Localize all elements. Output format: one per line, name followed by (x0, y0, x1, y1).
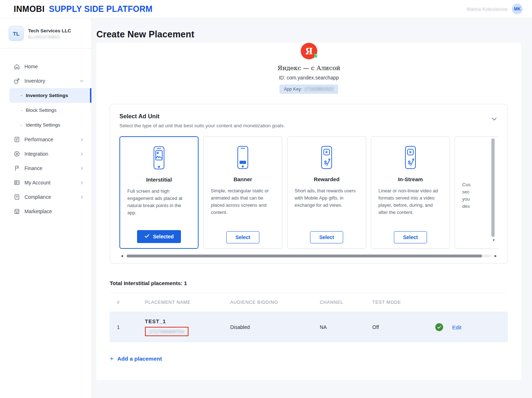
in-stream-phone-icon: $ (402, 142, 419, 173)
rewarded-phone-icon: $ (318, 142, 335, 173)
vertical-scrollbar-thumb[interactable] (491, 138, 495, 237)
horizontal-scrollbar-thumb[interactable] (127, 255, 482, 257)
sidebar-item-performance[interactable]: Performance (0, 132, 91, 147)
sidebar-item-label: Home (24, 64, 38, 69)
selector-title: Select Ad Unit (119, 113, 498, 120)
sidebar: TL Tech Services LLC Acc39524789843 Home… (0, 18, 92, 398)
cell-test-mode: Off (372, 324, 435, 330)
sidebar-item-identity-settings[interactable]: Identity Settings (9, 118, 91, 132)
sidebar-item-marketplace[interactable]: Marketplace (0, 204, 91, 219)
cell-audience-bidding: Disabled (230, 324, 320, 330)
interstitial-selected-button[interactable]: Selected (137, 230, 181, 243)
button-label: Select (235, 234, 250, 240)
sidebar-subitem-label: Block Settings (26, 107, 57, 113)
ad-unit-button-row: Selected (137, 230, 181, 243)
col-header-placement-name: PLACEMENT NAME (145, 300, 230, 305)
app-header: Я Яндекс — с Алисой ID: com.yandex.searc… (96, 43, 521, 94)
inventory-icon (14, 78, 20, 84)
ad-unit-card-in-stream: $ In-Stream Linear or non-linear video a… (371, 136, 450, 249)
account-avatar: TL (9, 26, 24, 41)
ad-unit-button-row: Select (394, 231, 427, 243)
table-header-row: # PLACEMENT NAME AUDIENCE BIDDING CHANNE… (110, 293, 508, 312)
sidebar-item-home[interactable]: Home (0, 59, 91, 74)
brand-logo: INMOBI (14, 4, 45, 14)
scroll-right-arrow-icon[interactable] (494, 254, 497, 258)
app-name: Яндекс — с Алисой (96, 64, 521, 72)
home-icon (14, 63, 20, 70)
sidebar-item-finance[interactable]: Finance (0, 161, 91, 175)
ad-unit-name: In-Stream (398, 176, 423, 182)
app-key-label: App Key: (284, 87, 302, 92)
button-label: Selected (153, 234, 174, 239)
sidebar-item-inventory-settings[interactable]: Inventory Settings (9, 88, 91, 103)
ad-unit-description: Simple, rectangular static or animated a… (211, 187, 275, 216)
sidebar-item-label: My Account (24, 180, 50, 186)
account-card: TL Tech Services LLC Acc39524789843 (0, 18, 91, 49)
ad-unit-name: Rewarded (314, 176, 340, 182)
sidebar-subitem-label: Inventory Settings (26, 93, 68, 98)
ad-unit-name: Banner (233, 176, 252, 182)
cell-index: 1 (117, 324, 145, 330)
scroll-left-arrow-icon[interactable] (120, 254, 124, 258)
ad-unit-card-interstitial: Interstitial Full screen and high engage… (119, 136, 199, 249)
sidebar-item-label: Integration (24, 151, 48, 157)
finance-icon (14, 165, 20, 171)
ad-unit-card-rewarded: $ Rewarded Short ads, that rewards users… (287, 136, 366, 249)
chevron-down-icon (79, 78, 84, 83)
button-label: Select (403, 234, 418, 240)
user-card-icon (14, 179, 20, 186)
banner-phone-icon (234, 142, 251, 173)
plus-icon (110, 355, 114, 362)
col-header-index: # (117, 300, 145, 305)
placement-id-highlight-box: 1717345409704 (145, 327, 188, 336)
chevron-right-icon (79, 152, 84, 156)
in-stream-select-button[interactable]: Select (394, 231, 427, 243)
collapse-chevron-icon[interactable] (490, 115, 498, 123)
placements-table: # PLACEMENT NAME AUDIENCE BIDDING CHANNE… (110, 293, 508, 342)
col-header-channel: CHANNEL (320, 300, 372, 305)
sidebar-item-integration[interactable]: Integration (0, 147, 91, 161)
sidebar-nav: Home Inventory Inventory Settings Block … (0, 49, 91, 219)
scroll-down-arrow-icon[interactable] (492, 238, 495, 242)
app-bundle-id: ID: com.yandex.searchapp (96, 75, 521, 81)
user-avatar[interactable]: MK (512, 4, 523, 14)
horizontal-scrollbar (119, 253, 498, 259)
topbar-user-area: Marina Kolesnicova MK (467, 4, 523, 14)
document-icon (14, 194, 20, 200)
app-icon: Я (301, 43, 317, 59)
rewarded-select-button[interactable]: Select (310, 231, 343, 243)
add-placement-label: Add a placement (117, 356, 162, 362)
cell-placement-name: TEST_1 1717345409704 (145, 319, 230, 336)
horizontal-scrollbar-track[interactable] (127, 255, 491, 257)
check-icon (144, 233, 150, 240)
main-content: Create New Placement Я (92, 18, 532, 398)
ad-unit-button-row: Select (226, 231, 259, 243)
ad-unit-selector: Select Ad Unit Select the type of ad uni… (110, 104, 508, 264)
button-label: Select (319, 234, 334, 240)
chevron-right-icon (79, 195, 84, 200)
android-icon (313, 52, 319, 60)
sidebar-item-block-settings[interactable]: Block Settings (9, 103, 91, 118)
sidebar-item-label: Performance (24, 137, 53, 142)
sidebar-item-compliance[interactable]: Compliance (0, 190, 91, 204)
placement-name: TEST_1 (145, 319, 230, 324)
col-header-test-mode: TEST MODE (372, 300, 435, 305)
chevron-right-icon (79, 166, 84, 171)
total-placements-label: Total Interstitial placements: 1 (110, 280, 508, 286)
banner-select-button[interactable]: Select (226, 231, 259, 243)
add-placement-link[interactable]: Add a placement (110, 355, 162, 362)
selector-subtitle: Select the type of ad unit that best sui… (119, 123, 498, 128)
ad-unit-carousel: Interstitial Full screen and high engage… (119, 136, 498, 250)
integration-icon (14, 151, 20, 157)
sidebar-item-label: Finance (24, 165, 42, 171)
sidebar-item-label: Marketplace (24, 209, 52, 214)
account-info: Tech Services LLC Acc39524789843 (28, 28, 71, 39)
storefront-icon (14, 208, 20, 215)
account-id: Acc39524789843 (28, 35, 71, 39)
app-key-value: 17163952022 (304, 87, 334, 92)
sidebar-item-inventory[interactable]: Inventory (0, 74, 91, 88)
user-name: Marina Kolesnicova (467, 6, 508, 12)
chevron-right-icon (79, 180, 84, 185)
sidebar-item-my-account[interactable]: My Account (0, 175, 91, 190)
edit-link[interactable]: Edit (452, 324, 461, 330)
